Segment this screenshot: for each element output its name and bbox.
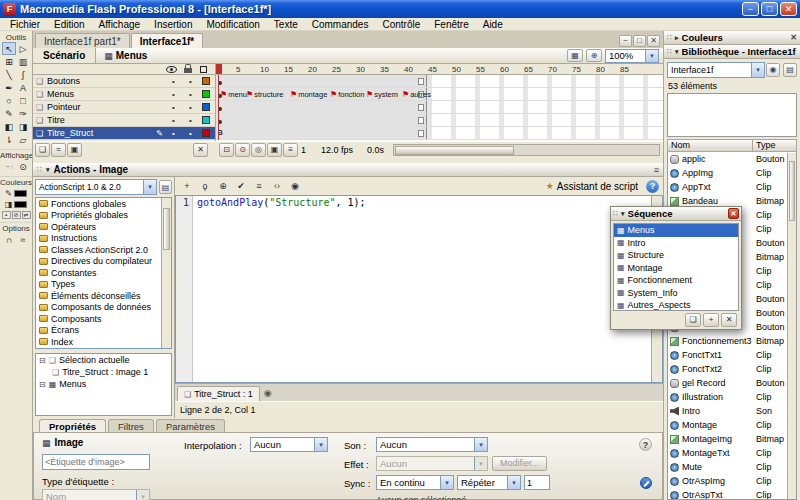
layer-lock-dot[interactable]: •: [189, 129, 192, 138]
oval-tool-icon[interactable]: ○: [2, 94, 16, 107]
brush-tool-icon[interactable]: ✑: [16, 107, 30, 120]
layer-lock-dot[interactable]: •: [189, 103, 192, 112]
center-frame-button[interactable]: ⊡: [219, 143, 234, 157]
pen-tool-icon[interactable]: ✒: [2, 81, 16, 94]
delete-scene-button[interactable]: ✕: [721, 313, 737, 327]
child-minimize-button[interactable]: −: [619, 35, 632, 47]
lasso-tool-icon[interactable]: ʃ: [16, 68, 30, 81]
timeline-layer-row[interactable]: ❏ Titre ✎ • •: [33, 114, 215, 127]
timeline-layer-row[interactable]: ❏ Titre_Struct ✎ • •: [33, 127, 215, 140]
window-title-bar[interactable]: F Macromedia Flash Professional 8 - [Int…: [0, 0, 800, 18]
zoom-tool-icon[interactable]: ⊙: [16, 160, 30, 173]
expand-properties-icon[interactable]: [640, 477, 652, 489]
scene-row[interactable]: ▦ Montage: [614, 262, 738, 275]
maximize-button[interactable]: □: [761, 2, 778, 16]
library-item-row[interactable]: applic Bouton: [668, 152, 796, 166]
onion-skin-button[interactable]: ⊙: [235, 143, 250, 157]
tab-proprietes[interactable]: Propriétés: [39, 419, 106, 433]
line-tool-icon[interactable]: ╲: [2, 68, 16, 81]
default-colors-button[interactable]: ▪: [2, 211, 11, 219]
layer-name[interactable]: Titre: [47, 115, 165, 125]
frame-rate[interactable]: 12.0 fps: [321, 145, 353, 155]
pin-script-icon[interactable]: ◉: [264, 388, 272, 398]
library-item-name[interactable]: Mute: [682, 462, 753, 472]
collapse-arrow-icon[interactable]: ▾: [621, 210, 625, 218]
layer-name[interactable]: Titre_Struct: [47, 128, 156, 138]
timeline-frame-row[interactable]: [216, 88, 663, 101]
actionscript-version-select[interactable]: ActionScript 1.0 & 2.0 ▾: [35, 179, 157, 195]
layer-outline-color-swatch[interactable]: [202, 103, 210, 111]
lock-icon[interactable]: [184, 68, 192, 73]
snap-to-objects-button[interactable]: ∩: [2, 233, 16, 246]
help-icon[interactable]: ?: [639, 438, 652, 451]
timeline-ruler[interactable]: 1510152025303540455055606570758085: [216, 64, 663, 75]
document-tab[interactable]: Interface1f part1*: [35, 33, 130, 48]
timeline-layer-row[interactable]: ❏ Boutons ✎ • •: [33, 75, 215, 88]
menu-item[interactable]: Modification: [199, 19, 266, 30]
scene-name[interactable]: Structure: [628, 250, 665, 260]
script-editor[interactable]: 1 gotoAndPlay("Structure", 1);: [175, 195, 663, 383]
add-statement-button[interactable]: +: [179, 179, 195, 193]
smooth-button[interactable]: ≈: [16, 233, 30, 246]
duplicate-scene-button[interactable]: ❏: [685, 313, 701, 327]
edit-symbols-button[interactable]: ⊕: [586, 49, 602, 62]
layer-lock-dot[interactable]: •: [189, 77, 192, 86]
library-item-name[interactable]: gel Record: [682, 378, 753, 388]
scene-panel-header[interactable]: ∷ ▾ Séquence ✕: [611, 207, 741, 221]
add-scene-button[interactable]: +: [703, 313, 719, 327]
toolbox-category[interactable]: Composants: [36, 313, 171, 325]
stroke-color-swatch[interactable]: [14, 190, 27, 197]
eyedropper-tool-icon[interactable]: ⇂: [2, 133, 16, 146]
library-item-name[interactable]: Intro: [682, 406, 753, 416]
library-document-select[interactable]: Interface1f ▾: [667, 62, 765, 78]
scene-panel[interactable]: ∷ ▾ Séquence ✕ ▦ Menus ▦ Intro ▦ Structu…: [610, 206, 742, 330]
modify-onion-markers-button[interactable]: ≡: [283, 143, 298, 157]
layer-outline-color-swatch[interactable]: [202, 129, 210, 137]
toolbox-category[interactable]: Propriétés globales: [36, 210, 171, 222]
toolbox-menu-icon[interactable]: ▤: [159, 180, 172, 194]
fill-color-swatch[interactable]: [14, 201, 27, 208]
layer-visibility-dot[interactable]: •: [172, 129, 175, 138]
scene-row[interactable]: ▦ Menus: [614, 224, 738, 237]
library-item-row[interactable]: Montage Clip: [668, 418, 796, 432]
menu-item[interactable]: Aide: [476, 19, 510, 30]
scene-name[interactable]: Montage: [628, 263, 663, 273]
free-transform-tool-icon[interactable]: ⊞: [2, 55, 16, 68]
timeline-panel-tab[interactable]: Scénario: [33, 48, 96, 63]
library-item-name[interactable]: OtrAspTxt: [682, 490, 753, 500]
auto-format-button[interactable]: ≡: [251, 179, 267, 193]
swap-colors-button[interactable]: ⇄: [22, 211, 31, 219]
text-tool-icon[interactable]: A: [16, 81, 30, 94]
toolbox-category[interactable]: Constantes: [36, 267, 171, 279]
layer-lock-dot[interactable]: •: [189, 90, 192, 99]
collapse-arrow-icon[interactable]: ▾: [46, 166, 50, 174]
timeline-frame-row[interactable]: [216, 127, 663, 140]
menu-item[interactable]: Commandes: [305, 19, 376, 30]
layer-outline-color-swatch[interactable]: [202, 90, 210, 98]
scene-name[interactable]: System_Info: [628, 288, 678, 298]
library-item-row[interactable]: Intro Son: [668, 404, 796, 418]
delete-layer-button[interactable]: ✕: [193, 143, 208, 157]
toolbox-category[interactable]: Instructions: [36, 233, 171, 245]
frames-grid[interactable]: ⚑ menu ⚑ structure ⚑ montage: [216, 75, 663, 140]
repeat-select[interactable]: Répéter ▾: [457, 475, 521, 490]
scene-row[interactable]: ▦ System_Info: [614, 287, 738, 300]
script-nav-root-row[interactable]: ⊟ ❏ Sélection actuelle: [36, 354, 171, 366]
library-item-row[interactable]: AppTxt Clip: [668, 180, 796, 194]
find-button[interactable]: ϙ: [197, 179, 213, 193]
child-restore-button[interactable]: □: [633, 35, 646, 47]
edit-scene-button[interactable]: ▦: [567, 49, 583, 62]
close-icon[interactable]: ✕: [728, 208, 739, 219]
library-item-name[interactable]: Fonctionnement3: [682, 336, 753, 346]
layer-visibility-dot[interactable]: •: [172, 77, 175, 86]
current-scene-name[interactable]: Menus: [116, 50, 148, 61]
label-type-select[interactable]: Nom ▾: [42, 489, 150, 500]
close-panel-icon[interactable]: ✕: [790, 33, 797, 42]
toolbox-category[interactable]: Composants de données: [36, 302, 171, 314]
tab-parametres[interactable]: Paramètres: [156, 419, 225, 433]
library-item-row[interactable]: Fonctionnement3 Bitmap: [668, 334, 796, 348]
frame-span[interactable]: [216, 127, 427, 139]
column-name-header[interactable]: Nom: [667, 139, 753, 152]
code-line[interactable]: gotoAndPlay("Structure", 1);: [197, 197, 366, 208]
rectangle-tool-icon[interactable]: □: [16, 94, 30, 107]
